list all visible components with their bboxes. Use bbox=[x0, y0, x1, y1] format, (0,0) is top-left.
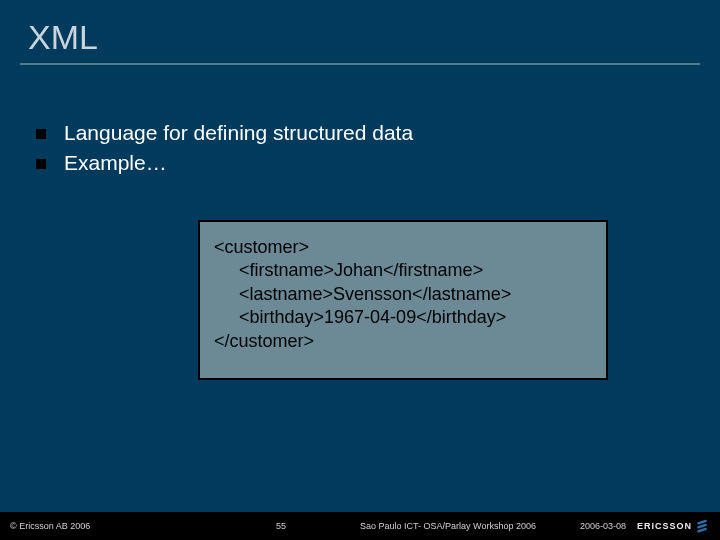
code-line: <birthday>1967-04-09</birthday> bbox=[214, 306, 592, 329]
bullet-square-icon bbox=[36, 159, 46, 169]
footer-date: 2006-03-08 bbox=[580, 521, 626, 531]
code-line: </customer> bbox=[214, 330, 592, 353]
code-example-box: <customer> <firstname>Johan</firstname> … bbox=[198, 220, 608, 380]
footer-page-number: 55 bbox=[276, 521, 286, 531]
brand-text: ERICSSON bbox=[637, 521, 692, 531]
footer-event: Sao Paulo ICT- OSA/Parlay Workshop 2006 bbox=[360, 521, 536, 531]
code-line: <customer> bbox=[214, 236, 592, 259]
code-line: <lastname>Svensson</lastname> bbox=[214, 283, 592, 306]
bullet-square-icon bbox=[36, 129, 46, 139]
slide-footer: © Ericsson AB 2006 55 Sao Paulo ICT- OSA… bbox=[0, 512, 720, 540]
footer-logo: ERICSSON bbox=[637, 519, 710, 533]
footer-copyright: © Ericsson AB 2006 bbox=[10, 521, 90, 531]
bullet-item: Example… bbox=[36, 151, 720, 175]
bullet-text: Language for defining structured data bbox=[64, 121, 413, 145]
slide-title: XML bbox=[0, 0, 720, 63]
bullet-item: Language for defining structured data bbox=[36, 121, 720, 145]
bullet-text: Example… bbox=[64, 151, 167, 175]
code-line: <firstname>Johan</firstname> bbox=[214, 259, 592, 282]
ericsson-icon bbox=[696, 519, 710, 533]
bullet-list: Language for defining structured data Ex… bbox=[36, 121, 720, 175]
title-underline bbox=[20, 63, 700, 65]
